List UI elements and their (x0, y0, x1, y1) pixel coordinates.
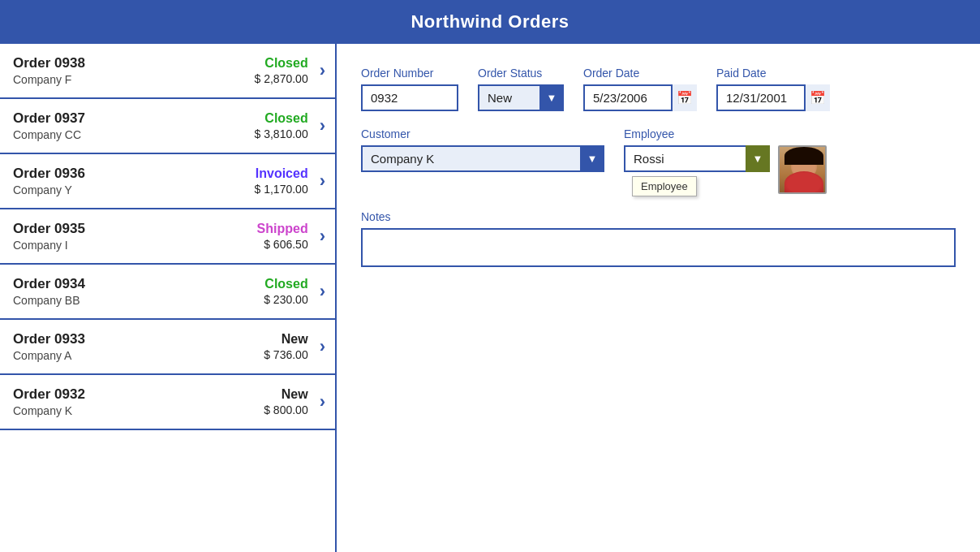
order-number-group: Order Number (361, 67, 458, 111)
order-amount: $ 230.00 (264, 293, 308, 306)
customer-group: Customer Company KCompany ACompany BComp… (361, 127, 604, 194)
order-status-select[interactable]: NewShippedInvoicedClosed (478, 84, 564, 111)
notes-group: Notes (361, 210, 956, 267)
chevron-right-icon: › (320, 336, 325, 357)
customer-label: Customer (361, 127, 604, 140)
order-number: Order 0935 (13, 221, 257, 237)
order-amount: $ 800.00 (264, 403, 308, 416)
order-item-info: Order 0936 Company Y (13, 166, 255, 196)
order-number-input[interactable] (361, 84, 458, 111)
order-number: Order 0932 (13, 386, 264, 403)
order-right: Closed $ 3,810.00 (255, 111, 308, 140)
employee-group: Employee RossiSmithJonesBrown ▼ Employee (624, 127, 827, 194)
customer-select-wrapper: Company KCompany ACompany BCompany FComp… (361, 145, 604, 172)
order-company: Company K (13, 404, 264, 417)
order-status-label: Order Status (478, 67, 564, 80)
chevron-right-icon: › (320, 115, 325, 136)
order-item-order-0936[interactable]: Order 0936 Company Y Invoiced $ 1,170.00… (0, 154, 335, 209)
order-status: New (282, 387, 308, 402)
employee-select[interactable]: RossiSmithJonesBrown (624, 145, 770, 172)
order-date-label: Order Date (583, 67, 697, 80)
chevron-right-icon: › (320, 226, 325, 247)
order-number: Order 0938 (13, 55, 255, 71)
chevron-right-icon: › (320, 281, 325, 302)
order-detail-panel: Order Number Order Status NewShippedInvo… (337, 44, 980, 552)
app-title: Northwind Orders (410, 11, 569, 32)
order-status: Shipped (257, 222, 308, 236)
order-item-info: Order 0938 Company F (13, 55, 255, 86)
order-number: Order 0937 (13, 110, 255, 127)
order-number: Order 0933 (13, 331, 264, 347)
order-item-order-0932[interactable]: Order 0932 Company K New $ 800.00 › (0, 375, 335, 430)
main-content: Order 0938 Company F Closed $ 2,870.00 ›… (0, 44, 980, 552)
order-right: Closed $ 2,870.00 (255, 56, 308, 85)
order-company: Company A (13, 349, 264, 362)
order-company: Company I (13, 239, 257, 252)
order-item-order-0933[interactable]: Order 0933 Company A New $ 736.00 › (0, 320, 335, 375)
notes-label: Notes (361, 210, 956, 223)
photo-hair (784, 147, 823, 165)
app-container: Northwind Orders Order 0938 Company F Cl… (0, 0, 980, 552)
notes-input[interactable] (361, 228, 956, 267)
order-status: Invoiced (256, 166, 308, 181)
paid-date-group: Paid Date 📅 (716, 67, 830, 111)
order-number: Order 0934 (13, 276, 264, 292)
order-item-info: Order 0933 Company A (13, 331, 264, 362)
order-date-calendar-icon[interactable]: 📅 (671, 84, 697, 111)
order-item-info: Order 0932 Company K (13, 386, 264, 417)
chevron-right-icon: › (320, 391, 325, 412)
order-number: Order 0936 (13, 166, 255, 182)
order-status-select-wrapper: NewShippedInvoicedClosed ▼ (478, 84, 564, 111)
order-amount: $ 1,170.00 (255, 183, 308, 196)
order-amount: $ 3,810.00 (255, 127, 308, 140)
order-amount: $ 2,870.00 (255, 72, 308, 85)
order-item-order-0938[interactable]: Order 0938 Company F Closed $ 2,870.00 › (0, 44, 335, 99)
chevron-right-icon: › (320, 170, 325, 192)
order-date-wrapper: 📅 (583, 84, 697, 111)
order-item-order-0935[interactable]: Order 0935 Company I Shipped $ 606.50 › (0, 209, 335, 265)
order-status: New (282, 332, 308, 347)
employee-row: RossiSmithJonesBrown ▼ Employee (624, 145, 827, 194)
order-item-order-0937[interactable]: Order 0937 Company CC Closed $ 3,810.00 … (0, 99, 335, 154)
chevron-right-icon: › (320, 60, 325, 81)
form-row-2: Customer Company KCompany ACompany BComp… (361, 127, 956, 194)
employee-select-container: RossiSmithJonesBrown ▼ Employee (624, 145, 770, 172)
paid-date-calendar-icon[interactable]: 📅 (804, 84, 830, 111)
order-status: Closed (264, 56, 307, 71)
order-status: Closed (264, 111, 307, 126)
order-number-label: Order Number (361, 67, 458, 80)
order-status: Closed (264, 277, 307, 291)
order-right: Closed $ 230.00 (264, 277, 308, 306)
paid-date-wrapper: 📅 (716, 84, 830, 111)
app-header: Northwind Orders (0, 0, 980, 44)
order-list: Order 0938 Company F Closed $ 2,870.00 ›… (0, 44, 337, 552)
order-amount: $ 606.50 (264, 238, 308, 251)
order-item-info: Order 0935 Company I (13, 221, 257, 252)
customer-select[interactable]: Company KCompany ACompany BCompany FComp… (361, 145, 604, 172)
order-status-group: Order Status NewShippedInvoicedClosed ▼ (478, 67, 564, 111)
employee-tooltip: Employee (632, 176, 697, 196)
order-item-info: Order 0934 Company BB (13, 276, 264, 307)
order-date-group: Order Date 📅 (583, 67, 697, 111)
order-company: Company CC (13, 128, 255, 141)
order-amount: $ 736.00 (264, 348, 308, 361)
order-item-info: Order 0937 Company CC (13, 110, 255, 141)
order-item-order-0934[interactable]: Order 0934 Company BB Closed $ 230.00 › (0, 265, 335, 320)
employee-dropdown-wrapper: RossiSmithJonesBrown ▼ (624, 145, 770, 172)
order-company: Company BB (13, 294, 264, 307)
employee-photo (778, 145, 827, 194)
form-row-1: Order Number Order Status NewShippedInvo… (361, 67, 956, 111)
order-right: New $ 736.00 (264, 332, 308, 361)
order-right: New $ 800.00 (264, 387, 308, 416)
order-right: Shipped $ 606.50 (257, 222, 308, 251)
order-company: Company Y (13, 183, 255, 196)
paid-date-label: Paid Date (716, 67, 830, 80)
order-right: Invoiced $ 1,170.00 (255, 166, 308, 196)
order-company: Company F (13, 73, 255, 86)
employee-label: Employee (624, 127, 827, 140)
